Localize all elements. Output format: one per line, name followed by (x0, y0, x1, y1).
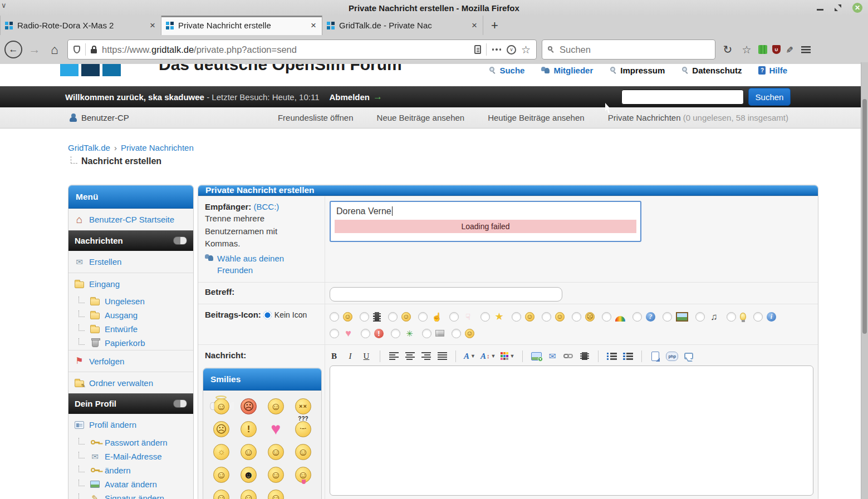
sidebar-item-aendern[interactable]: ändern (68, 463, 193, 477)
breadcrumb-section[interactable]: Private Nachrichten (121, 143, 194, 152)
posticon-image[interactable] (615, 316, 625, 322)
ublock-extension-icon[interactable]: U (772, 45, 781, 54)
window-titlebar[interactable]: ∨ Private Nachricht erstellen - Mozilla … (0, 0, 868, 16)
reader-mode-icon[interactable] (474, 45, 481, 54)
posticon-radio[interactable] (418, 312, 428, 322)
scrollbar-thumb[interactable] (862, 99, 867, 334)
smiley[interactable]: ! (237, 420, 261, 438)
nav-hilfe[interactable]: ?Hilfe (758, 66, 787, 75)
insert-code-button[interactable] (650, 350, 661, 362)
posticon-radio[interactable] (753, 312, 763, 322)
sidebar-item-profil-aendern[interactable]: Profil ändern (68, 414, 193, 436)
posticon-option[interactable]: ♫ (695, 312, 719, 322)
extension-icon-pen[interactable]: ✎ (784, 46, 795, 53)
bookmark-star-icon[interactable]: ☆ (521, 45, 531, 55)
subject-input[interactable] (330, 287, 562, 302)
nav-mitglieder[interactable]: Mitglieder (541, 66, 593, 75)
posticon-option[interactable] (663, 312, 688, 322)
font-color-button[interactable]: ▼ (501, 350, 514, 362)
posticon-image[interactable]: ☹ (585, 312, 595, 322)
smiley[interactable]: ☺ (264, 488, 288, 499)
sidebar-section-dein-profil[interactable]: Dein Profil (68, 393, 193, 414)
collapse-toggle-icon[interactable] (173, 399, 187, 408)
tab-radio-rote-dora[interactable]: Radio-Rote-Dora X-Mas 2 × (0, 16, 161, 35)
smiley[interactable]: ☺ (210, 466, 233, 483)
posticon-option[interactable]: ! (361, 329, 384, 338)
message-textarea[interactable] (330, 365, 813, 496)
sidebar-item-eingang[interactable]: Eingang (68, 273, 193, 294)
posticon-option[interactable]: ☺ (388, 312, 411, 322)
smiley[interactable]: ☺ (264, 443, 288, 461)
posticon-option[interactable]: i (753, 312, 776, 322)
link-heutige-beitraege[interactable]: Heutige Beiträge ansehen (488, 113, 584, 122)
posticon-option[interactable] (360, 312, 381, 322)
posticon-radio[interactable] (330, 329, 339, 338)
smiley[interactable]: ☺ (264, 397, 288, 415)
posticon-radio[interactable] (695, 312, 705, 322)
nav-suche[interactable]: Suche (489, 66, 524, 75)
restore-button[interactable] (835, 4, 841, 11)
posticon-radio[interactable] (330, 312, 339, 322)
posticon-option[interactable]: ✳ (391, 328, 415, 339)
reload-button[interactable]: ↻ (720, 43, 735, 56)
smiley[interactable]: ☺ (237, 443, 261, 461)
smiley[interactable]: ☺ (237, 488, 261, 499)
tab-gridtalk[interactable]: GridTalk.de - Private Nac × (322, 16, 483, 35)
library-button[interactable]: ☆ (740, 43, 753, 56)
posticon-radio[interactable] (360, 312, 369, 322)
posticon-radio[interactable] (663, 312, 672, 322)
pocket-icon[interactable]: ∨ (507, 45, 516, 55)
bold-button[interactable]: B (328, 350, 340, 362)
collapse-toggle-icon[interactable] (173, 236, 187, 245)
sidebar-section-nachrichten[interactable]: Nachrichten (68, 230, 193, 251)
posticon-image[interactable]: ☺ (525, 312, 534, 322)
posticon-image[interactable]: ☺ (555, 312, 565, 322)
smiley[interactable]: ??? ·–· (292, 420, 315, 438)
smiley[interactable]: ☺ (264, 466, 288, 483)
posticon-radio[interactable] (512, 312, 521, 322)
posticon-option[interactable] (602, 312, 625, 322)
posticon-option[interactable]: ☺ (512, 312, 534, 322)
insert-video-button[interactable] (579, 350, 590, 362)
sidebar-item-passwort-aendern[interactable]: Passwort ändern (68, 436, 193, 449)
minimize-button[interactable] (817, 9, 823, 11)
nav-impressum[interactable]: Impressum (610, 66, 665, 75)
posticon-image[interactable] (676, 312, 688, 322)
align-right-button[interactable] (420, 350, 431, 362)
tab-close-icon[interactable]: × (149, 20, 156, 31)
url-text[interactable]: https://www.gridtalk.de/private.php?acti… (102, 45, 469, 55)
font-family-button[interactable]: A▼ (464, 350, 475, 362)
smiley[interactable]: ☹ (237, 397, 261, 415)
posticon-radio[interactable] (480, 312, 490, 322)
posticon-option[interactable]: ♥ (330, 328, 354, 339)
posticon-radio[interactable] (391, 329, 400, 338)
search-bar[interactable]: Suchen (542, 39, 715, 60)
posticon-radio[interactable] (632, 312, 642, 322)
posticon-option[interactable]: ☟ (449, 312, 473, 322)
posticon-image[interactable]: i (767, 312, 776, 322)
posticon-image[interactable]: ? (646, 312, 655, 322)
extension-icon-green[interactable] (758, 45, 767, 54)
smiley[interactable]: ☼ (210, 443, 233, 461)
forum-search-button[interactable]: Suchen (748, 88, 791, 106)
new-tab-button[interactable]: + (483, 16, 506, 35)
choose-friends-link[interactable]: Wähle aus deinen Freunden (217, 253, 311, 277)
posticon-image[interactable] (373, 312, 381, 322)
gridtalk-logo[interactable] (60, 64, 121, 76)
no-icon-radio[interactable] (263, 311, 272, 319)
close-button[interactable]: ✕ (852, 3, 862, 13)
posticon-image[interactable]: ☺ (401, 312, 411, 322)
home-button[interactable]: ⌂ (47, 42, 62, 57)
sidebar-item-ungelesen[interactable]: Ungelesen (68, 294, 193, 308)
insert-quote-button[interactable] (683, 350, 694, 362)
posticon-radio[interactable] (388, 312, 398, 322)
posticon-image[interactable]: ☝ (431, 312, 442, 322)
lock-icon[interactable] (91, 49, 97, 53)
posticon-image[interactable]: ☺ (465, 329, 474, 338)
insert-php-button[interactable]: php (666, 352, 678, 361)
smiley[interactable]: ☻ (237, 466, 261, 483)
hamburger-menu-icon[interactable] (801, 46, 811, 53)
forum-search-input[interactable] (621, 90, 744, 105)
logout-link[interactable]: Abmelden (329, 92, 370, 102)
smiley[interactable]: ☺ (292, 466, 315, 483)
